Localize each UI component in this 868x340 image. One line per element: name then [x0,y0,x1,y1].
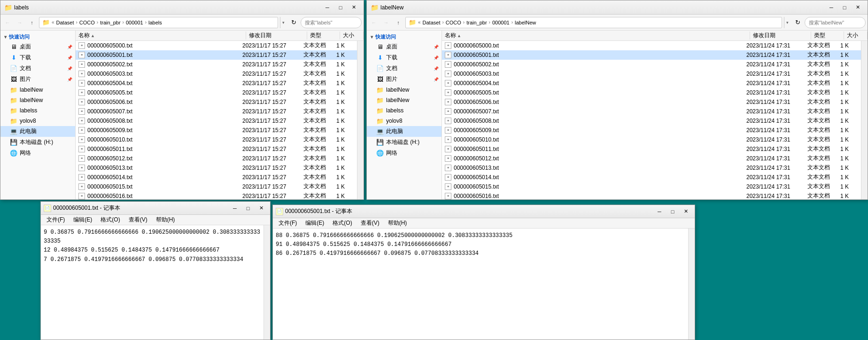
table-row[interactable]: ≡ 000000605011.txt 2023/11/24 17:31 文本文档… [442,144,861,154]
notepad-maximize-left[interactable]: □ [242,204,254,213]
table-row[interactable]: ≡ 000000605003.txt 2023/11/24 17:31 文本文档… [442,69,861,79]
file-list-scroll-left[interactable]: ≡ 000000605000.txt 2023/11/17 15:27 文本文档… [76,41,357,199]
table-row[interactable]: ≡ 000000605012.txt 2023/11/17 15:27 文本文档… [76,154,357,163]
sidebar-item-pictures-left[interactable]: 🖼 图片 📌 [0,74,75,85]
table-row[interactable]: ≡ 000000605003.txt 2023/11/17 15:27 文本文档… [76,69,357,79]
maximize-btn-right[interactable]: □ [838,3,851,12]
table-row[interactable]: ≡ 000000605008.txt 2023/11/24 17:31 文本文档… [442,116,861,126]
sidebar-item-desktop-left[interactable]: 🖥 桌面 📌 [0,41,75,52]
close-btn-right[interactable]: ✕ [852,3,864,12]
table-row[interactable]: ≡ 000000605000.txt 2023/11/24 17:31 文本文档… [442,41,861,50]
table-row[interactable]: ≡ 000000605016.txt 2023/11/24 17:31 文本文档… [442,191,861,199]
notepad-maximize-right[interactable]: □ [666,207,679,216]
table-row[interactable]: ≡ 000000605010.txt 2023/11/24 17:31 文本文档… [442,135,861,144]
table-row[interactable]: ≡ 000000605005.txt 2023/11/24 17:31 文本文档… [442,88,861,97]
notepad-menu-format-right[interactable]: 格式(O) [329,218,356,228]
up-btn-right[interactable]: ↑ [393,17,403,28]
notepad-menu-view-left[interactable]: 查看(V) [125,215,151,225]
address-dropdown-right[interactable]: ▾ [784,17,790,28]
maximize-btn-left[interactable]: □ [334,3,347,12]
quick-access-header-left[interactable]: ▾ 快速访问 [0,31,75,41]
table-row[interactable]: ≡ 000000605006.txt 2023/11/17 15:27 文本文档… [76,97,357,107]
table-row[interactable]: ≡ 000000605002.txt 2023/11/24 17:31 文本文档… [442,60,861,69]
table-row[interactable]: ≡ 000000605013.txt 2023/11/24 17:31 文本文档… [442,163,861,173]
table-row[interactable]: ≡ 000000605005.txt 2023/11/17 15:27 文本文档… [76,88,357,97]
sidebar-item-labelss-left[interactable]: 📁 labelss [0,105,75,116]
table-row[interactable]: ≡ 000000605000.txt 2023/11/17 15:27 文本文档… [76,41,357,50]
search-input-left[interactable] [301,17,362,28]
address-path-right[interactable]: 📁 « Dataset › COCO › train_pbr › 000001 … [405,17,782,28]
table-row[interactable]: ≡ 000000605015.txt 2023/11/17 15:27 文本文档… [76,182,357,191]
notepad-close-left[interactable]: ✕ [255,204,267,213]
sidebar-item-localdisk-left[interactable]: 💾 本地磁盘 (H:) [0,137,75,148]
sidebar-item-network-left[interactable]: 🌐 网络 [0,148,75,158]
table-row[interactable]: ≡ 000000605009.txt 2023/11/24 17:31 文本文档… [442,126,861,135]
col-header-date-left[interactable]: 修改日期 [246,32,307,40]
table-row[interactable]: ≡ 000000605014.txt 2023/11/17 15:27 文本文档… [76,173,357,182]
table-row[interactable]: ≡ 000000605011.txt 2023/11/17 15:27 文本文档… [76,144,357,154]
sidebar-item-yolov8-right[interactable]: 📁 yolov8 [367,116,442,126]
back-btn-left[interactable]: ← [2,17,13,28]
table-row[interactable]: ≡ 000000605015.txt 2023/11/24 17:31 文本文档… [442,182,861,191]
notepad-menu-help-right[interactable]: 帮助(H) [384,218,411,228]
table-row[interactable]: ≡ 000000605004.txt 2023/11/17 15:27 文本文档… [76,79,357,88]
table-row[interactable]: ≡ 000000605006.txt 2023/11/24 17:31 文本文档… [442,97,861,107]
notepad-menu-view-right[interactable]: 查看(V) [357,218,383,228]
table-row[interactable]: ≡ 000000605009.txt 2023/11/17 15:27 文本文档… [76,126,357,135]
notepad-menu-format-left[interactable]: 格式(O) [97,215,124,225]
table-row[interactable]: ≡ 000000605002.txt 2023/11/17 15:27 文本文档… [76,60,357,69]
sidebar-item-downloads-left[interactable]: ⬇ 下载 📌 [0,52,75,63]
sidebar-item-pictures-right[interactable]: 🖼 图片 📌 [367,74,442,85]
table-row[interactable]: ≡ 000000605001.txt 2023/11/17 15:27 文本文档… [76,50,357,60]
refresh-btn-left[interactable]: ↻ [288,17,299,28]
refresh-btn-right[interactable]: ↻ [792,17,803,28]
sidebar-item-yolov8-left[interactable]: 📁 yolov8 [0,116,75,126]
minimize-btn-right[interactable]: ─ [825,3,837,12]
sidebar-item-labelnew2-right[interactable]: 📁 labelNew [367,95,442,105]
address-path-left[interactable]: 📁 « Dataset › COCO › train_pbr › 000001 … [39,17,278,28]
sidebar-item-thispc-left[interactable]: 💻 此电脑 [0,126,75,137]
sidebar-item-labelss-right[interactable]: 📁 labelss [367,105,442,116]
forward-btn-right[interactable]: → [381,17,391,28]
minimize-btn-left[interactable]: ─ [321,3,333,12]
notepad-menu-help-left[interactable]: 帮助(H) [152,215,179,225]
sidebar-item-thispc-right[interactable]: 💻 此电脑 [367,126,442,137]
sidebar-item-documents-left[interactable]: 📄 文档 📌 [0,63,75,74]
notepad-menu-file-right[interactable]: 文件(F) [275,218,301,228]
sidebar-item-network-right[interactable]: 🌐 网络 [367,148,442,158]
col-header-size-right[interactable]: 大小 [844,32,868,40]
up-btn-left[interactable]: ↑ [27,17,37,28]
search-input-right[interactable] [805,17,866,28]
notepad-close-right[interactable]: ✕ [680,207,692,216]
address-dropdown-left[interactable]: ▾ [280,17,287,28]
table-row[interactable]: ≡ 000000605016.txt 2023/11/17 15:27 文本文档… [76,191,357,199]
notepad-content-right[interactable]: 88 0.36875 0.7916666666666666 0.19062500… [273,229,688,340]
sidebar-item-labelnew1-right[interactable]: 📁 labelNew [367,85,442,95]
col-header-type-right[interactable]: 类型 [811,32,844,40]
table-row[interactable]: ≡ 000000605001.txt 2023/11/24 17:31 文本文档… [442,50,861,60]
col-header-type-left[interactable]: 类型 [307,32,340,40]
sidebar-item-desktop-right[interactable]: 🖥 桌面 📌 [367,41,442,52]
col-header-name-left[interactable]: 名称 ▲ [76,32,246,40]
table-row[interactable]: ≡ 000000605004.txt 2023/11/24 17:31 文本文档… [442,79,861,88]
sidebar-item-downloads-right[interactable]: ⬇ 下载 📌 [367,52,442,63]
sidebar-item-labelnew2-left[interactable]: 📁 labelNew [0,95,75,105]
notepad-menu-file-left[interactable]: 文件(F) [43,215,69,225]
notepad-minimize-left[interactable]: ─ [229,204,241,213]
notepad-minimize-right[interactable]: ─ [653,207,666,216]
notepad-menu-edit-left[interactable]: 编辑(E) [70,215,96,225]
table-row[interactable]: ≡ 000000605007.txt 2023/11/17 15:27 文本文档… [76,107,357,116]
forward-btn-left[interactable]: → [15,17,25,28]
sidebar-item-localdisk-right[interactable]: 💾 本地磁盘 (H:) [367,137,442,148]
notepad-menu-edit-right[interactable]: 编辑(E) [302,218,328,228]
notepad-content-left[interactable]: 9 0.36875 0.7916666666666666 0.190625000… [41,225,264,340]
table-row[interactable]: ≡ 000000605010.txt 2023/11/17 15:27 文本文档… [76,135,357,144]
back-btn-right[interactable]: ← [369,17,379,28]
sidebar-item-documents-right[interactable]: 📄 文档 📌 [367,63,442,74]
table-row[interactable]: ≡ 000000605014.txt 2023/11/24 17:31 文本文档… [442,173,861,182]
quick-access-header-right[interactable]: ▾ 快速访问 [367,31,442,41]
col-header-date-right[interactable]: 修改日期 [750,32,811,40]
close-btn-left[interactable]: ✕ [348,3,360,12]
table-row[interactable]: ≡ 000000605007.txt 2023/11/24 17:31 文本文档… [442,107,861,116]
sidebar-item-labelnew1-left[interactable]: 📁 labelNew [0,85,75,95]
